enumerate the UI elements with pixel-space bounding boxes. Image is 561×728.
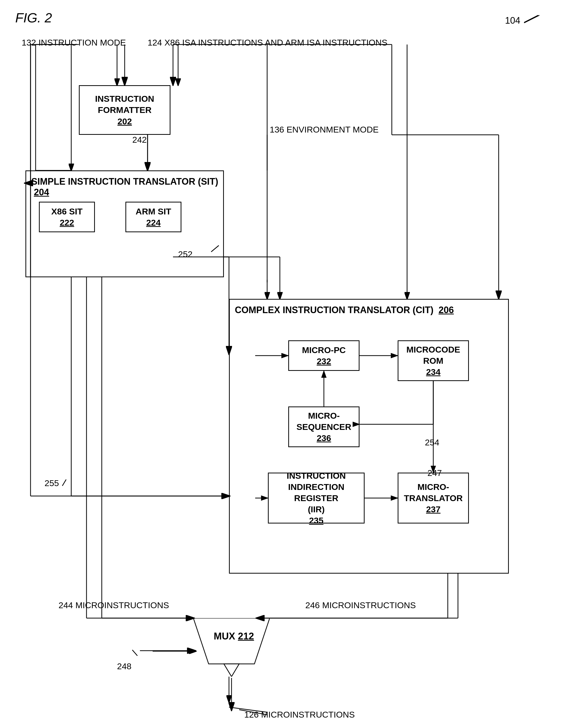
label-x86-isa: 124 X86 ISA INSTRUCTIONS AND ARM ISA INS… [148, 38, 387, 48]
micro-pc-box: MICRO-PC 232 [288, 340, 359, 371]
label-246: 246 MICROINSTRUCTIONS [305, 600, 416, 610]
arm-sit-label: ARM SIT [136, 206, 171, 217]
mux-container: MUX 212 [193, 618, 270, 678]
instruction-formatter-box: INSTRUCTION FORMATTER 202 [79, 85, 170, 135]
mcrom-label1: MICROCODE [406, 344, 460, 355]
label-254: 254 [425, 438, 439, 447]
svg-line-75 [132, 650, 137, 656]
cit-label: COMPLEX INSTRUCTION TRANSLATOR (CIT) 206 [235, 305, 454, 315]
fig-label: FIG. 2 [15, 10, 52, 25]
micro-pc-label: MICRO-PC [302, 344, 346, 356]
label-247: 247 [427, 468, 442, 478]
mseq-label1: MICRO- [308, 410, 340, 421]
label-instruction-mode: 132 INSTRUCTION MODE [22, 38, 126, 48]
micro-pc-num: 232 [317, 356, 331, 367]
label-255: 255 [45, 478, 59, 488]
mcrom-num: 234 [426, 366, 441, 377]
mseq-label2: SEQUENCER [296, 421, 351, 432]
iir-num: 235 [309, 515, 324, 526]
sit-outer-box: SIMPLE INSTRUCTION TRANSLATOR (SIT) 204 … [25, 170, 224, 277]
microcode-rom-box: MICROCODE ROM 234 [398, 340, 469, 381]
mux-label: MUX 212 [214, 631, 254, 642]
mux-svg [193, 618, 270, 677]
arm-sit-num: 224 [146, 217, 161, 228]
x86-sit-box: X86 SIT 222 [39, 202, 95, 232]
diagram: FIG. 2 104 [0, 0, 561, 728]
mcrom-label2: ROM [423, 355, 443, 366]
label-248: 248 [117, 661, 132, 671]
iir-label1: INSTRUCTION [287, 470, 346, 481]
mt-label1: MICRO- [418, 481, 449, 492]
mt-label2: TRANSLATOR [404, 492, 463, 504]
label-env-mode: 136 ENVIRONMENT MODE [270, 125, 379, 135]
cit-outer-box: COMPLEX INSTRUCTION TRANSLATOR (CIT) 206… [229, 299, 509, 574]
label-252: 252 [178, 249, 193, 259]
label-126: 126 MICROINSTRUCTIONS [244, 710, 355, 720]
iir-label2: INDIRECTION REGISTER [269, 481, 364, 504]
mt-num: 237 [426, 504, 441, 515]
label-242: 242 [132, 135, 147, 145]
label-244: 244 MICROINSTRUCTIONS [59, 600, 169, 610]
mseq-num: 236 [317, 432, 331, 444]
sit-label: SIMPLE INSTRUCTION TRANSLATOR (SIT) 204 [31, 176, 223, 198]
micro-translator-box: MICRO- TRANSLATOR 237 [398, 473, 469, 523]
if-label1: INSTRUCTION [95, 93, 154, 104]
iir-label3: (IIR) [308, 504, 325, 515]
x86-sit-label: X86 SIT [51, 206, 83, 217]
if-num: 202 [118, 116, 132, 127]
svg-line-2 [524, 15, 539, 23]
arm-sit-box: ARM SIT 224 [125, 202, 181, 232]
ref-104: 104 [505, 15, 520, 26]
svg-line-74 [62, 479, 66, 486]
iir-box: INSTRUCTION INDIRECTION REGISTER (IIR) 2… [268, 473, 365, 523]
micro-sequencer-box: MICRO- SEQUENCER 236 [288, 406, 359, 447]
if-label2: FORMATTER [98, 104, 152, 115]
svg-line-48 [524, 15, 538, 22]
x86-sit-num: 222 [60, 217, 74, 228]
svg-marker-46 [224, 664, 239, 677]
